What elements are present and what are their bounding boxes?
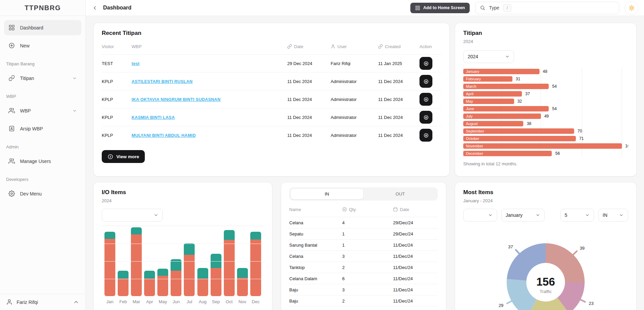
io-bar[interactable] (157, 269, 168, 296)
sidebar-item-dashboard[interactable]: Dashboard (4, 20, 81, 35)
sidebar-item-wbp[interactable]: WBP (4, 103, 81, 118)
sidebar-item-manage-users[interactable]: Manage Users (4, 153, 81, 169)
eye-icon (423, 132, 429, 138)
donut-chart-svg: 3923282937156Traffic (463, 223, 628, 310)
month-bar[interactable]: October (463, 136, 576, 141)
year-select[interactable]: 2024 (463, 50, 514, 63)
add-to-home-screen-button[interactable]: Add to Home Screen (410, 3, 470, 13)
io-bar-label: Apr (144, 299, 155, 304)
search-placeholder: Type (489, 5, 499, 11)
wbp-link[interactable]: test (132, 61, 139, 66)
book-icon (8, 125, 15, 132)
month-bar[interactable]: June (463, 106, 549, 111)
io-filter-select[interactable] (102, 209, 163, 222)
back-button[interactable] (92, 5, 98, 11)
wbp-link[interactable]: MULYANI BINTI ABDUL HAMID (132, 133, 196, 138)
month-bar[interactable]: January (463, 69, 540, 74)
io-bar[interactable] (224, 230, 235, 296)
eye-icon (423, 97, 429, 102)
io-bar-out-segment (237, 268, 248, 278)
io-bar[interactable] (197, 268, 208, 296)
tab-out[interactable]: OUT (364, 188, 437, 200)
month-bar[interactable]: March (463, 84, 549, 89)
cell-item-qty: 2 (342, 298, 393, 304)
cell-date: 11 Dec 2024 (287, 97, 331, 102)
sidebar-item-arsip-wbp[interactable]: Arsip WBP (4, 121, 81, 136)
donut-center-label: Traffic (540, 289, 552, 294)
view-row-button[interactable] (419, 75, 432, 88)
cell-visitor: KPLP (102, 115, 132, 120)
io-bar[interactable] (250, 232, 261, 296)
month-bar[interactable]: November (463, 143, 622, 149)
month-bar[interactable]: August (463, 121, 523, 126)
cell-item-date: 11/Dec/24 (393, 243, 438, 248)
io-bar[interactable] (131, 227, 142, 296)
cell-created: 11 Dec 2024 (378, 133, 419, 138)
io-bar-out-segment (104, 232, 115, 239)
io-bar-label: Jun (171, 299, 181, 304)
search-input[interactable]: Type / (475, 2, 619, 14)
wbp-link[interactable]: IKA OKTAVIA NINGRUM BINTI SUDASNAN (132, 97, 220, 102)
sidebar-item-label: Manage Users (20, 159, 51, 164)
sidebar-item-titipan[interactable]: Titipan (4, 70, 81, 86)
most-filter-select-1[interactable] (463, 209, 497, 222)
month-bar[interactable]: May (463, 99, 514, 104)
sidebar-user-menu[interactable]: Fariz Rifqi (0, 294, 85, 310)
theme-toggle-button[interactable] (625, 1, 639, 15)
circle-chevron-right-icon (108, 154, 113, 160)
cell-item-name: Tanktop (289, 265, 342, 270)
add-to-home-screen-label: Add to Home Screen (423, 5, 465, 10)
cell-created: 11 Dec 2024 (378, 97, 419, 102)
io-bar-label: Feb (118, 299, 129, 304)
search-shortcut-badge: / (503, 4, 511, 12)
month-bar-value: 54 (552, 84, 557, 89)
sidebar-item-label: Arsip WBP (20, 126, 43, 131)
io-bar-out-segment (118, 271, 129, 278)
view-more-button[interactable]: View more (102, 150, 145, 163)
tab-in[interactable]: IN (290, 188, 364, 200)
month-bar[interactable]: September (463, 128, 574, 134)
io-bar[interactable] (144, 271, 155, 296)
month-select[interactable]: January (501, 209, 545, 222)
sidebar-item-label: New (20, 43, 30, 48)
wbp-link[interactable]: ASTILESTARI BINTI RUSLAN (132, 79, 193, 84)
io-bar[interactable] (118, 271, 129, 296)
io-bar[interactable] (104, 232, 115, 296)
wbp-link[interactable]: KASMIA BINTI LASA (132, 115, 175, 120)
cell-item-name: Sepatu (289, 231, 342, 236)
grid-icon (415, 5, 420, 11)
chevron-down-icon (72, 108, 77, 113)
month-bar[interactable]: April (463, 91, 522, 97)
user-icon (6, 299, 13, 305)
io-bar[interactable] (211, 254, 221, 296)
donut-segment-value: 37 (508, 244, 513, 249)
io-bar[interactable] (237, 268, 248, 296)
month-bar-row: December56 (463, 150, 628, 157)
gear-icon (8, 190, 15, 197)
limit-select[interactable]: 5 (560, 209, 594, 222)
cell-item-date: 11/Dec/24 (393, 254, 438, 259)
month-bar[interactable]: February (463, 76, 512, 82)
month-bar[interactable]: July (463, 113, 541, 119)
io-bar-in-segment (197, 278, 208, 296)
app-root: TTPNBRG DashboardNewTitipan BarangTitipa… (0, 0, 644, 310)
user-name: Fariz Rifqi (17, 299, 38, 305)
sidebar-item-new[interactable]: New (4, 38, 81, 53)
sidebar-nav: DashboardNewTitipan BarangTitipanWBPWBPA… (0, 16, 85, 294)
io-bar-label: Aug (197, 299, 208, 304)
io-bar[interactable] (171, 259, 181, 296)
month-bar[interactable]: December (463, 151, 552, 156)
view-row-button[interactable] (419, 129, 432, 142)
direction-select[interactable]: IN (598, 209, 628, 222)
view-row-button[interactable] (419, 93, 432, 106)
donut-segment[interactable] (507, 279, 536, 310)
col-created-label: Created (385, 44, 401, 49)
view-row-button[interactable] (419, 57, 432, 70)
cell-user: Administrator (331, 79, 378, 84)
view-row-button[interactable] (419, 111, 432, 124)
sidebar-item-dev-menu[interactable]: Dev Menu (4, 186, 81, 201)
donut-leader-line (516, 250, 519, 253)
io-bar[interactable] (184, 243, 195, 296)
donut-center-value: 156 (536, 275, 555, 288)
sidebar: TTPNBRG DashboardNewTitipan BarangTitipa… (0, 0, 86, 310)
